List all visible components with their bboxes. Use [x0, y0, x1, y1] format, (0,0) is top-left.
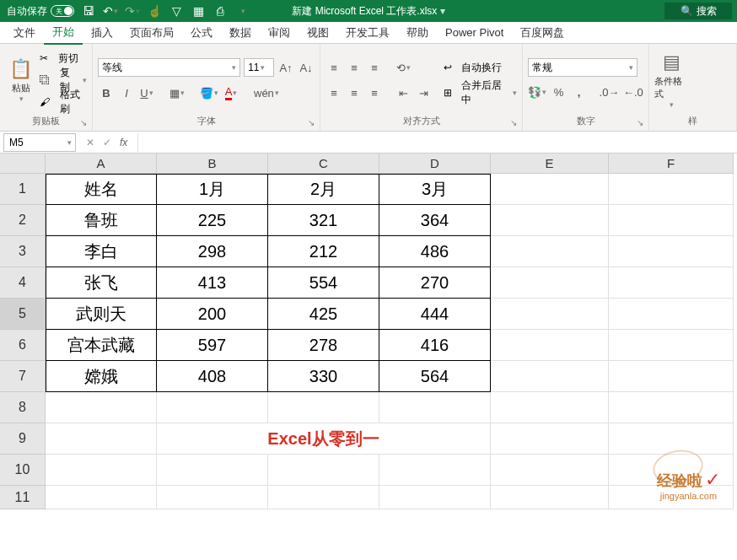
tab-formulas[interactable]: 公式: [182, 22, 221, 44]
tab-home[interactable]: 开始: [44, 21, 83, 45]
cell[interactable]: [46, 486, 157, 509]
border-button[interactable]: ▦▾: [169, 84, 186, 101]
cell[interactable]: 1月: [157, 174, 268, 205]
fx-icon[interactable]: fx: [120, 137, 127, 148]
cell[interactable]: 278: [268, 330, 379, 361]
cell[interactable]: 444: [379, 299, 491, 330]
cell[interactable]: 212: [268, 236, 379, 267]
phonetic-button[interactable]: wén▾: [253, 84, 280, 101]
row-header[interactable]: 9: [0, 423, 46, 455]
cell[interactable]: 597: [157, 330, 268, 361]
italic-button[interactable]: I: [118, 84, 135, 101]
col-header-B[interactable]: B: [157, 153, 268, 174]
cell[interactable]: 298: [157, 236, 268, 267]
cell[interactable]: [609, 174, 734, 205]
cell[interactable]: 364: [379, 205, 491, 236]
number-format-combo[interactable]: 常规▾: [528, 58, 637, 77]
cell[interactable]: [491, 330, 609, 361]
row-header[interactable]: 7: [0, 361, 46, 392]
orientation-icon[interactable]: ⟲▾: [395, 59, 412, 76]
tab-baidu[interactable]: 百度网盘: [512, 22, 573, 44]
cell[interactable]: 413: [157, 267, 268, 299]
touch-icon[interactable]: ☝: [147, 3, 162, 19]
cell[interactable]: [609, 299, 734, 330]
cell[interactable]: 486: [379, 236, 491, 267]
cell[interactable]: 李白: [46, 236, 157, 267]
align-top-icon[interactable]: ≡: [325, 59, 342, 76]
align-center-icon[interactable]: ≡: [346, 84, 363, 101]
tab-insert[interactable]: 插入: [83, 22, 121, 44]
increase-font-icon[interactable]: A↑: [277, 59, 294, 76]
cell[interactable]: [609, 330, 734, 361]
font-size-combo[interactable]: 11▾: [244, 58, 274, 77]
align-right-icon[interactable]: ≡: [366, 84, 383, 101]
cell[interactable]: 270: [379, 267, 491, 299]
align-bottom-icon[interactable]: ≡: [366, 59, 383, 76]
cell[interactable]: [46, 392, 157, 423]
formula-cancel-icon[interactable]: ✕: [86, 137, 94, 148]
cell[interactable]: 416: [379, 330, 491, 361]
row-header[interactable]: 11: [0, 486, 46, 509]
cell[interactable]: [609, 392, 734, 423]
cell[interactable]: [157, 455, 268, 486]
col-header-C[interactable]: C: [268, 153, 379, 174]
qat-more-icon[interactable]: ▾: [235, 3, 250, 19]
format-painter-button[interactable]: 🖌 格式刷: [40, 92, 87, 112]
decrease-indent-icon[interactable]: ⇤: [395, 84, 412, 101]
cell[interactable]: [268, 392, 379, 423]
autosave-toggle[interactable]: 自动保存 关: [7, 4, 74, 19]
select-all-corner[interactable]: [0, 153, 46, 174]
cell[interactable]: [379, 392, 491, 423]
cell[interactable]: [491, 236, 609, 267]
col-header-D[interactable]: D: [379, 153, 491, 174]
cell-note[interactable]: Excel从零到一: [157, 423, 491, 455]
row-header[interactable]: 2: [0, 205, 46, 236]
cell[interactable]: 330: [268, 361, 379, 392]
row-header[interactable]: 5: [0, 299, 46, 330]
tab-pagelayout[interactable]: 页面布局: [121, 22, 182, 44]
cell[interactable]: [609, 423, 734, 455]
conditional-format-button[interactable]: ▤ 条件格式▾: [654, 47, 688, 113]
cell[interactable]: 564: [379, 361, 491, 392]
tab-help[interactable]: 帮助: [398, 22, 437, 44]
increase-indent-icon[interactable]: ⇥: [415, 84, 432, 101]
cell[interactable]: [491, 392, 609, 423]
col-header-A[interactable]: A: [46, 153, 157, 174]
cell[interactable]: [46, 455, 157, 486]
cell[interactable]: 张飞: [46, 267, 157, 299]
toggle-switch[interactable]: 关: [51, 5, 74, 17]
name-box[interactable]: M5 ▾: [3, 133, 76, 152]
cell[interactable]: 武则天: [46, 299, 157, 330]
cell[interactable]: [491, 455, 609, 486]
cell[interactable]: [157, 486, 268, 509]
decrease-font-icon[interactable]: A↓: [298, 59, 315, 76]
cell[interactable]: 554: [268, 267, 379, 299]
col-header-F[interactable]: F: [609, 153, 734, 174]
cell[interactable]: [491, 361, 609, 392]
cell[interactable]: [609, 267, 734, 299]
launcher-icon[interactable]: ↘: [308, 118, 315, 127]
undo-icon[interactable]: ↶▾: [103, 3, 118, 19]
cell[interactable]: [609, 361, 734, 392]
tab-view[interactable]: 视图: [299, 22, 337, 44]
align-left-icon[interactable]: ≡: [325, 84, 342, 101]
row-header[interactable]: 8: [0, 392, 46, 423]
increase-decimal-icon[interactable]: .0→: [599, 83, 619, 100]
merge-center-button[interactable]: ⊞ 合并后居中▾: [444, 83, 517, 103]
cell[interactable]: 姓名: [46, 174, 157, 205]
cell[interactable]: [609, 236, 734, 267]
cell[interactable]: [609, 205, 734, 236]
cell[interactable]: 宫本武藏: [46, 330, 157, 361]
cell[interactable]: [157, 392, 268, 423]
launcher-icon[interactable]: ↘: [80, 118, 87, 127]
cell[interactable]: [491, 267, 609, 299]
cell[interactable]: 3月: [379, 174, 491, 205]
bold-button[interactable]: B: [98, 84, 115, 101]
cell[interactable]: 2月: [268, 174, 379, 205]
comma-icon[interactable]: ,: [571, 83, 588, 100]
cell[interactable]: [268, 486, 379, 509]
decrease-decimal-icon[interactable]: ←.0: [623, 83, 643, 100]
underline-button[interactable]: U▾: [138, 84, 155, 101]
formula-accept-icon[interactable]: ✓: [103, 137, 111, 148]
search-box[interactable]: 🔍 搜索: [664, 3, 732, 19]
